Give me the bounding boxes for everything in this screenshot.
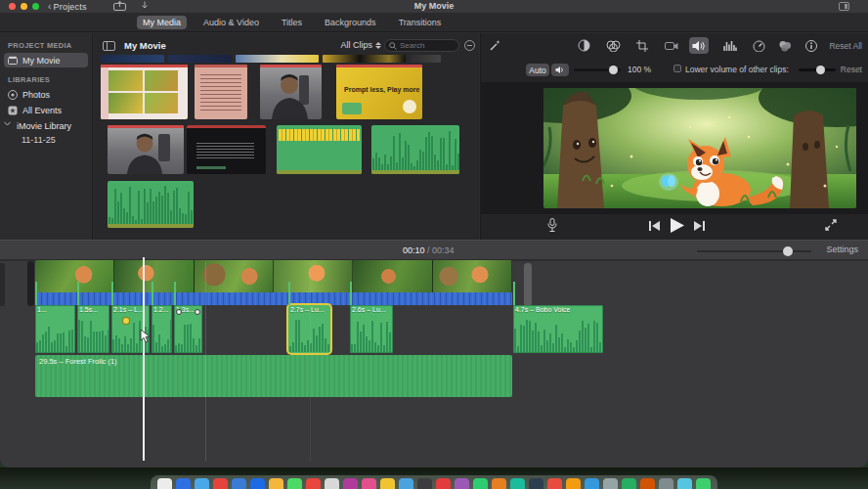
lower-volume-checkbox[interactable] [673,65,681,72]
clip-thumbnail-terminal[interactable] [187,125,266,174]
dock-app-icon[interactable] [455,478,469,489]
dock-app-icon[interactable] [473,478,488,489]
next-frame-button[interactable] [694,221,705,231]
play-button[interactable] [671,218,684,233]
volume-slider[interactable] [574,68,621,71]
clip-thumbnail-presenter-2[interactable] [108,125,184,174]
dock-app-icon[interactable] [343,478,358,489]
clip-thumbnail-audio-2[interactable] [371,125,459,174]
clip-thumbnail[interactable] [168,55,232,63]
audio-clip[interactable]: 1.5s... [77,305,109,353]
audio-clip[interactable]: 2.6s – Lu... [350,305,393,353]
audio-clip[interactable]: 1.3s... [174,305,202,353]
tab-my-media[interactable]: My Media [137,16,187,29]
dock-app-icon[interactable] [510,478,525,489]
reset-all-button[interactable]: Reset All [829,41,862,51]
volume-icon[interactable] [689,37,709,54]
reset-button[interactable]: Reset [841,65,862,74]
tab-audio-video[interactable]: Audio & Video [197,16,265,29]
audio-clip[interactable]: 1.2... [152,305,172,353]
dock-app-icon[interactable] [696,478,711,489]
clip-thumbnail-presenter[interactable] [260,65,322,119]
clip-filter-dropdown[interactable]: All Clips [340,40,381,50]
dock-app-icon[interactable] [436,478,451,489]
dock-app-icon[interactable] [585,478,599,489]
dock-app-icon[interactable] [492,478,506,489]
clip-thumbnail[interactable] [323,55,406,63]
dock-app-icon[interactable] [325,478,339,489]
tab-backgrounds[interactable]: Backgrounds [319,16,382,29]
dock-app-icon[interactable] [269,478,283,489]
dock-app-icon[interactable] [213,478,228,489]
dock-app-icon[interactable] [176,478,191,489]
fade-handle[interactable] [195,309,200,315]
dock-app-icon[interactable] [529,478,543,489]
sidebar-toggle-icon[interactable] [103,41,115,51]
dock-app-icon[interactable] [566,478,581,489]
dock-app-icon[interactable] [622,478,636,489]
clip-thumbnail-audio-3[interactable] [108,181,194,228]
video-preview[interactable] [543,88,856,208]
video-clip-filmstrip[interactable] [35,260,512,292]
info-icon[interactable] [802,37,821,54]
audio-clip[interactable]: 1... [35,305,75,353]
sidebar-item-imovie-library[interactable]: iMovie Library [4,118,88,133]
sidebar-item-all-events[interactable]: All Events [4,103,88,117]
dock-app-icon[interactable] [157,478,172,489]
tab-titles[interactable]: Titles [276,16,308,29]
previous-frame-button[interactable] [649,221,660,231]
search-input[interactable]: Search [384,39,459,52]
dock-app-icon[interactable] [380,478,395,489]
tab-transitions[interactable]: Transitions [393,16,448,29]
enhance-wand-icon[interactable] [490,39,501,51]
dock-app-icon[interactable] [232,478,246,489]
clip-trim-handle-right[interactable] [524,263,532,306]
disclosure-chevron-icon[interactable] [4,121,12,130]
audio-clip[interactable]: 4.7s – Bobo Voice [513,305,603,353]
playhead[interactable] [143,257,145,461]
color-correction-icon[interactable] [603,37,623,54]
sidebar-item-event-date[interactable]: 11-11-25 [22,135,92,145]
clip-thumbnail-audio-1[interactable] [277,125,362,174]
crop-icon[interactable] [632,37,652,54]
dock-app-icon[interactable] [640,478,655,489]
dock-app-icon[interactable] [677,478,692,489]
clip-thumbnail[interactable] [236,55,319,63]
dock-app-icon[interactable] [362,478,376,489]
clip-thumbnail[interactable] [101,55,164,63]
music-clip[interactable]: 29.5s – Forest Frolic (1) [35,355,512,397]
stabilization-icon[interactable] [662,37,681,54]
dock-app-icon[interactable] [195,478,209,489]
dock-app-icon[interactable] [603,478,618,489]
dock-app-icon[interactable] [399,478,413,489]
auto-volume-button[interactable]: Auto [526,64,549,76]
noise-eq-icon[interactable] [720,37,740,54]
dock-app-icon[interactable] [659,478,673,489]
dock-app-icon[interactable] [287,478,302,489]
clip-thumbnail-promo[interactable]: Prompt less, Play more [336,65,422,119]
clip-thumbnail-document[interactable] [195,65,247,119]
clip-trim-handle-left[interactable] [27,261,34,306]
video-audio-waveform[interactable] [35,292,512,305]
browser-settings-icon[interactable] [464,40,475,51]
dock-app-icon[interactable] [547,478,562,489]
clip-thumbnail-fox-website[interactable] [101,65,188,119]
dock-app-icon[interactable] [306,478,321,489]
color-balance-icon[interactable] [574,37,593,54]
voiceover-mic-icon[interactable] [547,218,557,233]
sidebar-item-photos[interactable]: Photos [4,87,88,102]
clip-filter-icon[interactable] [775,37,795,54]
window-layout-icon[interactable] [839,2,849,11]
settings-button[interactable]: Settings [826,244,858,254]
fullscreen-icon[interactable] [825,219,837,231]
speed-icon[interactable] [749,37,768,54]
dock-app-icon[interactable] [250,478,265,489]
mute-button[interactable] [551,64,569,76]
timeline-zoom-slider[interactable] [697,250,811,252]
lower-volume-slider[interactable] [799,68,836,71]
dock-app-icon[interactable] [417,478,432,489]
sidebar-item-my-movie[interactable]: My Movie [4,53,88,67]
timeline-left-edge[interactable] [0,263,5,306]
clip-thumbnail[interactable] [410,55,441,63]
fade-handle[interactable] [176,309,182,315]
